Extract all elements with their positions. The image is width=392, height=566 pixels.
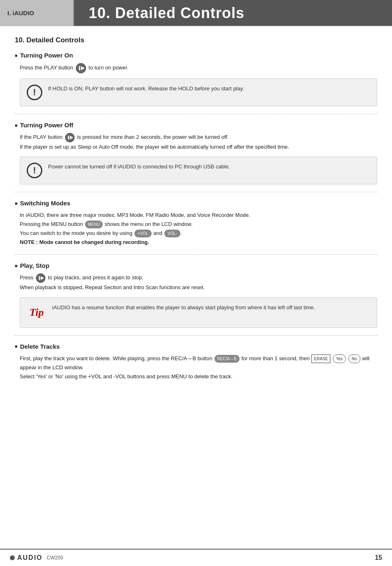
turning-power-off-text1: If the PLAY button is pressed for more t… <box>20 133 377 143</box>
section-title-turning-power-off: Turning Power Off <box>15 122 377 129</box>
footer-logo: AUDIO CW200 <box>10 554 63 561</box>
rec-ab-button-icon: REC/A↔B <box>214 355 240 363</box>
turning-power-off-body: If the PLAY button is pressed for more t… <box>15 133 377 184</box>
delete-tracks-body: First, play the track you want to delete… <box>15 354 377 381</box>
warning-icon: ! <box>27 85 42 100</box>
turning-power-off-text2: If the player is set up as Sleep or Auto… <box>20 143 377 152</box>
header-title: 10. Detailed Controls <box>89 5 244 22</box>
section-delete-tracks: Delete Tracks First, play the track you … <box>15 343 377 381</box>
section-play-stop: Play, Stop Press to play tracks, and pre… <box>15 262 377 327</box>
turning-power-on-text: Press the PLAY button to turn on power. <box>20 63 377 74</box>
delete-tracks-label: Delete Tracks <box>20 343 60 350</box>
play-stop-body: Press to play tracks, and press it again… <box>15 273 377 327</box>
switching-modes-text1: In iAUDIO, there are three major modes; … <box>20 211 377 220</box>
switching-modes-label: Switching Modes <box>20 200 71 207</box>
footer-logo-circle <box>10 555 15 560</box>
section-title-switching-modes: Switching Modes <box>15 200 377 207</box>
play-button-icon-2 <box>65 133 75 143</box>
play-stop-text1: Press to play tracks, and press it again… <box>20 273 377 283</box>
vol-minus-icon: VOL- <box>164 230 180 237</box>
header-section-label: I. iAUDIO <box>7 9 34 16</box>
delete-tracks-text2: Select 'Yes' or 'No' using the +VOL and … <box>20 372 377 381</box>
svg-rect-4 <box>68 136 69 139</box>
notice-hold-text: If HOLD is ON, PLAY button will not work… <box>48 85 244 93</box>
section-turning-power-on: Turning Power On Press the PLAY button t… <box>15 52 377 106</box>
header-left: I. iAUDIO <box>0 0 74 26</box>
play-button-icon-3 <box>36 273 46 283</box>
divider-3 <box>15 254 377 255</box>
warning-icon-2: ! <box>27 163 42 178</box>
yes-button-icon: Yes <box>333 354 346 363</box>
svg-rect-7 <box>39 276 40 280</box>
switching-modes-text2: Pressing the MENU button MENU shows the … <box>20 220 377 229</box>
switching-modes-note: NOTE : Mode cannot be changed during rec… <box>20 238 377 247</box>
footer-page-number: 15 <box>375 554 382 561</box>
section-turning-power-off: Turning Power Off If the PLAY button is … <box>15 122 377 184</box>
footer: AUDIO CW200 15 <box>0 549 392 566</box>
header: I. iAUDIO 10. Detailed Controls <box>0 0 392 26</box>
turning-power-on-body: Press the PLAY button to turn on power. … <box>15 63 377 106</box>
play-button-icon <box>76 63 86 74</box>
section-title-play-stop: Play, Stop <box>15 262 377 269</box>
footer-model: CW200 <box>47 555 63 561</box>
svg-rect-1 <box>79 66 80 70</box>
main-content: 10. Detailed Controls Turning Power On P… <box>0 26 392 395</box>
erase-icon: ERASE <box>311 354 330 363</box>
switching-modes-body: In iAUDIO, there are three major modes; … <box>15 211 377 247</box>
delete-tracks-text1: First, play the track you want to delete… <box>20 354 377 372</box>
switching-modes-text3: You can switch to the mode you desire by… <box>20 229 377 238</box>
vol-plus-icon: +VOL <box>134 230 152 237</box>
play-stop-text2: When playback is stopped, Repeat Section… <box>20 283 377 292</box>
divider-4 <box>15 335 377 336</box>
no-button-icon: No <box>348 354 360 363</box>
play-stop-label: Play, Stop <box>20 262 49 269</box>
notice-hold-warning: ! If HOLD is ON, PLAY button will not wo… <box>20 78 377 106</box>
section-switching-modes: Switching Modes In iAUDIO, there are thr… <box>15 200 377 247</box>
notice-usb-text: Power cannot be turned off if iAUDIO is … <box>48 163 230 171</box>
section-title-delete-tracks: Delete Tracks <box>15 343 377 350</box>
menu-button-icon: MENU <box>85 221 103 228</box>
turning-power-on-label: Turning Power On <box>20 52 73 59</box>
page-title: 10. Detailed Controls <box>15 36 377 44</box>
footer-brand: AUDIO <box>17 554 43 561</box>
section-title-turning-power-on: Turning Power On <box>15 52 377 59</box>
header-right: 10. Detailed Controls <box>74 0 392 26</box>
tip-resume: Tip iAUDIO has a resume function that en… <box>20 297 377 328</box>
tip-icon: Tip <box>27 304 46 322</box>
divider-2 <box>15 192 377 192</box>
tip-resume-text: iAUDIO has a resume function that enable… <box>52 304 315 312</box>
divider-1 <box>15 114 377 114</box>
turning-power-off-label: Turning Power Off <box>20 122 74 129</box>
notice-usb-warning: ! Power cannot be turned off if iAUDIO i… <box>20 156 377 184</box>
